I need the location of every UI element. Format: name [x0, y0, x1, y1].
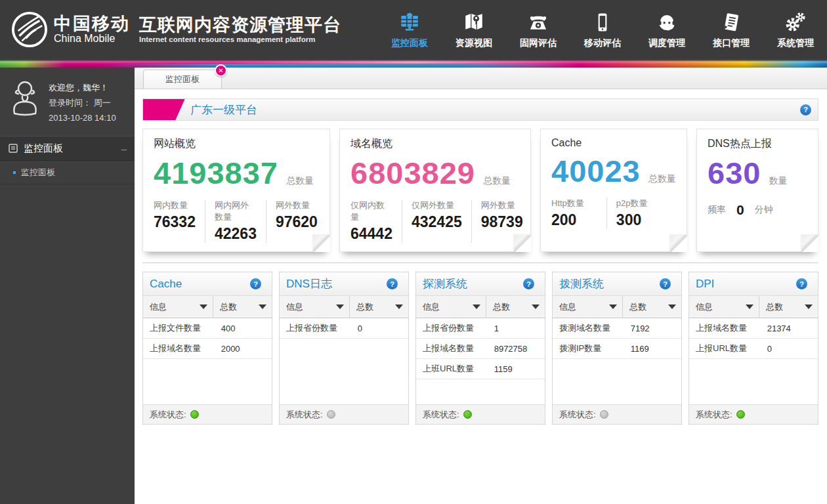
tab-monitor-panel[interactable]: 监控面板 ✕: [143, 70, 222, 89]
big-number: 4193837: [154, 156, 278, 190]
nav-item-mobile-eval[interactable]: 移动评估: [582, 10, 624, 49]
nav-label: 调度管理: [648, 37, 685, 49]
help-icon[interactable]: ?: [523, 278, 534, 289]
nav-item-resource-view[interactable]: 资源视图: [453, 10, 495, 49]
table-row: 拨测域名数量 7192: [553, 318, 681, 339]
row-value: 1: [486, 324, 545, 333]
big-number-label: 总数量: [648, 173, 676, 185]
column-header-total[interactable]: 总数: [213, 296, 272, 318]
big-number: 6803829: [350, 156, 475, 190]
help-icon[interactable]: ?: [800, 104, 811, 116]
tab-label: 监控面板: [165, 74, 200, 85]
column-header-total[interactable]: 总数: [486, 296, 545, 318]
column-label: 总数: [356, 301, 395, 313]
sidebar-menu-monitor-panel[interactable]: 监控面板 –: [0, 136, 135, 161]
column-header-info[interactable]: 信息: [280, 296, 350, 318]
table-row: 上报域名数量 2000: [143, 339, 272, 359]
row-label: 上报文件数量: [143, 322, 213, 334]
help-icon[interactable]: ?: [387, 278, 398, 289]
column-header-info[interactable]: 信息: [143, 296, 213, 318]
row-label: 上报域名数量: [143, 343, 213, 354]
card-stat: p2p数量 300: [606, 198, 657, 229]
app-header: 中国移动 China Mobile 互联网内容资源管理平台 Internet c…: [0, 0, 827, 59]
panel-footer: 系统状态:: [689, 404, 818, 424]
tab-bar: 监控面板 ✕: [135, 68, 827, 89]
top-nav: 监控面板 资源视图: [389, 10, 816, 49]
brand-name-cn: 中国移动: [54, 14, 130, 33]
user-info-text: 欢迎您，魏华！ 登录时间： 周一 2013-10-28 14:10: [49, 79, 116, 125]
column-label: 总数: [766, 301, 805, 313]
platform-title-block: 互联网内容资源管理平台 Internet content resources m…: [139, 16, 341, 43]
row-label: 上班URL数量: [416, 363, 486, 375]
help-icon[interactable]: ?: [796, 278, 807, 289]
column-label: 信息: [559, 301, 609, 313]
chevron-down-icon: [259, 304, 266, 309]
table-row: 上报省份数量 0: [280, 318, 408, 339]
column-label: 信息: [696, 301, 746, 313]
status-dot-icon: [463, 410, 472, 419]
table-row: 上报域名数量 21374: [689, 318, 818, 339]
card-stat: 仅网外数量 432425: [402, 200, 471, 243]
help-icon[interactable]: ?: [250, 278, 261, 289]
stat-value: 42263: [215, 225, 257, 243]
panel-title: 拨测系统: [559, 276, 660, 291]
nav-item-dispatch-mgmt[interactable]: 调度管理: [646, 10, 688, 49]
nav-item-system-mgmt[interactable]: 系统管理: [774, 10, 816, 49]
table-row: 上报URL数量 0: [689, 339, 818, 359]
stat-value: 432425: [412, 213, 462, 231]
status-label: 系统状态:: [559, 409, 596, 421]
welcome-text: 欢迎您，魏华！: [49, 81, 116, 96]
row-label: 拨测域名数量: [553, 322, 623, 334]
card-stat: 网内网外数量 42263: [205, 200, 266, 243]
row-value: 1169: [623, 344, 681, 354]
card-stat: 网外数量 98739: [471, 200, 532, 243]
sidebar-menu-label: 监控面板: [24, 142, 121, 155]
panel-footer: 系统状态:: [553, 404, 681, 424]
column-header-info[interactable]: 信息: [553, 296, 623, 318]
row-value: 1159: [486, 364, 545, 374]
menu-list-icon: [8, 143, 18, 154]
sidebar-item-monitor-panel[interactable]: 监控面板: [0, 161, 135, 184]
panel-title: DPI: [696, 278, 796, 291]
help-icon[interactable]: ?: [660, 278, 671, 289]
column-label: 总数: [220, 301, 259, 313]
nav-item-monitor-panel[interactable]: 监控面板: [389, 10, 431, 49]
nav-label: 接口管理: [713, 37, 750, 49]
panel-footer: 系统状态:: [143, 404, 272, 424]
column-header-info[interactable]: 信息: [689, 296, 759, 318]
card-stat: Http数量 200: [551, 198, 606, 229]
column-header-total[interactable]: 总数: [623, 296, 681, 318]
status-label: 系统状态:: [286, 409, 323, 421]
headset-icon: [655, 10, 679, 34]
nav-item-interface-mgmt[interactable]: 接口管理: [710, 10, 752, 49]
chevron-down-icon: [805, 304, 813, 309]
nav-item-fixed-network-eval[interactable]: 固网评估: [517, 10, 559, 49]
phone-icon: [526, 10, 550, 34]
bullet-icon: [13, 171, 16, 174]
panel-cache: Cache ? 信息 总数: [142, 272, 272, 425]
gears-icon: [784, 10, 807, 34]
card-domain-overview: 域名概览 6803829 总数量 仅网内数量 64442 仅网外数量: [339, 129, 531, 252]
nav-label: 资源视图: [456, 37, 492, 49]
column-header-info[interactable]: 信息: [416, 296, 486, 318]
nav-label: 固网评估: [520, 37, 557, 49]
card-cache-overview: Cache 40023 总数量 Http数量 200 p2p数量: [540, 129, 687, 252]
chevron-down-icon: [395, 304, 403, 309]
column-header-total[interactable]: 总数: [350, 296, 408, 318]
stat-label: 网外数量: [481, 200, 523, 211]
stat-label: 网内数量: [154, 200, 196, 211]
collapse-minus-icon[interactable]: –: [121, 143, 127, 154]
panel-footer: 系统状态:: [416, 404, 545, 424]
column-label: 信息: [286, 301, 336, 313]
row-label: 上报域名数量: [689, 322, 759, 334]
card-stat: 网外数量 97620: [266, 200, 327, 243]
stat-label: 仅网内数量: [350, 200, 392, 223]
section-accent-flag: [142, 99, 185, 121]
brand-name-en: China Mobile: [54, 33, 130, 45]
overview-cards-section: 网站概览 4193837 总数量 网内数量 76332 网内网外数量: [142, 121, 818, 263]
panel-footer: 系统状态:: [280, 404, 408, 424]
chevron-down-icon: [746, 304, 753, 309]
tab-close-icon[interactable]: ✕: [215, 64, 227, 77]
table-row: 上报省份数量 1: [416, 318, 545, 339]
column-header-total[interactable]: 总数: [759, 296, 818, 318]
